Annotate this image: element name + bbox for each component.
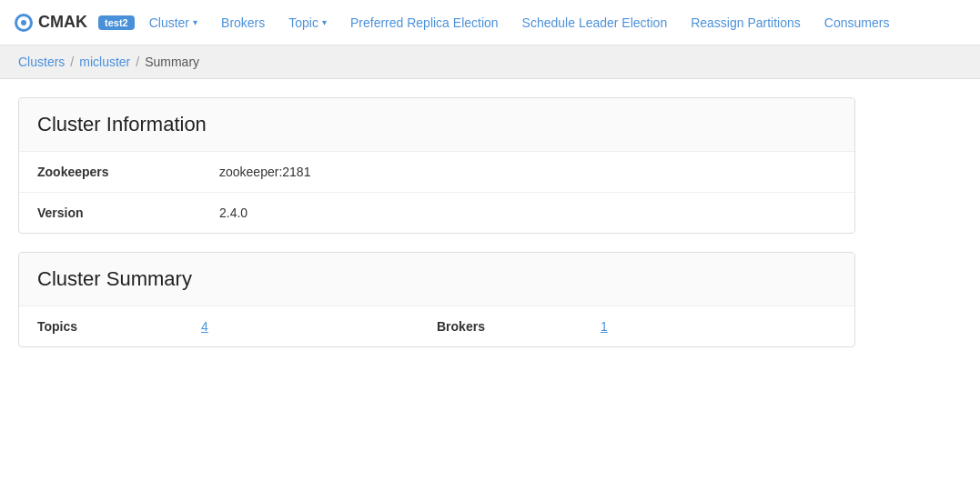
zookeepers-label: Zookeepers (37, 165, 219, 179)
info-row-version: Version 2.4.0 (19, 193, 854, 233)
breadcrumb-separator-2: / (136, 55, 139, 69)
chevron-down-icon: ▾ (322, 17, 327, 27)
brand-name: CMAK (38, 13, 87, 32)
cluster-summary-header: Cluster Summary (19, 253, 854, 306)
brand-icon (15, 14, 33, 32)
nav-item-preferred-replica-election[interactable]: Preferred Replica Election (341, 0, 508, 45)
cluster-info-title: Cluster Information (37, 113, 836, 136)
version-label: Version (37, 205, 219, 220)
cluster-summary-body: Topics 4 Brokers 1 (19, 306, 854, 346)
brokers-value[interactable]: 1 (601, 319, 608, 334)
cluster-info-card: Cluster Information Zookeepers zookeeper… (18, 97, 855, 234)
breadcrumb-micluster[interactable]: micluster (79, 55, 130, 69)
zookeepers-value: zookeeper:2181 (219, 165, 310, 179)
topics-label: Topics (37, 319, 110, 334)
breadcrumb: Clusters / micluster / Summary (0, 45, 980, 79)
cluster-info-header: Cluster Information (19, 98, 854, 152)
navbar: CMAK test2 Cluster ▾ Brokers Topic ▾ Pre… (0, 0, 980, 45)
cluster-badge[interactable]: test2 (98, 15, 135, 30)
breadcrumb-current: Summary (145, 55, 199, 69)
summary-brokers-item: Brokers 1 (437, 319, 836, 334)
info-row-zookeepers: Zookeepers zookeeper:2181 (19, 152, 854, 193)
breadcrumb-clusters[interactable]: Clusters (18, 55, 65, 69)
summary-row: Topics 4 Brokers 1 (19, 306, 854, 346)
topics-value[interactable]: 4 (201, 319, 208, 334)
main-content: Cluster Information Zookeepers zookeeper… (0, 79, 874, 384)
summary-topics-item: Topics 4 (37, 319, 437, 334)
cluster-summary-card: Cluster Summary Topics 4 Brokers 1 (18, 252, 855, 347)
brand-logo[interactable]: CMAK (15, 13, 87, 32)
cluster-info-body: Zookeepers zookeeper:2181 Version 2.4.0 (19, 152, 854, 233)
cluster-summary-title: Cluster Summary (37, 267, 836, 291)
nav-item-topic[interactable]: Topic ▾ (279, 0, 336, 45)
nav-item-schedule-leader-election[interactable]: Schedule Leader Election (513, 0, 677, 45)
breadcrumb-separator-1: / (70, 55, 74, 69)
nav-item-cluster[interactable]: Cluster ▾ (140, 0, 207, 45)
version-value: 2.4.0 (219, 205, 248, 220)
brokers-label: Brokers (437, 319, 510, 334)
chevron-down-icon: ▾ (193, 17, 197, 27)
nav-item-brokers[interactable]: Brokers (212, 0, 274, 45)
nav-item-reassign-partitions[interactable]: Reassign Partitions (682, 0, 810, 45)
nav-item-consumers[interactable]: Consumers (815, 0, 899, 45)
